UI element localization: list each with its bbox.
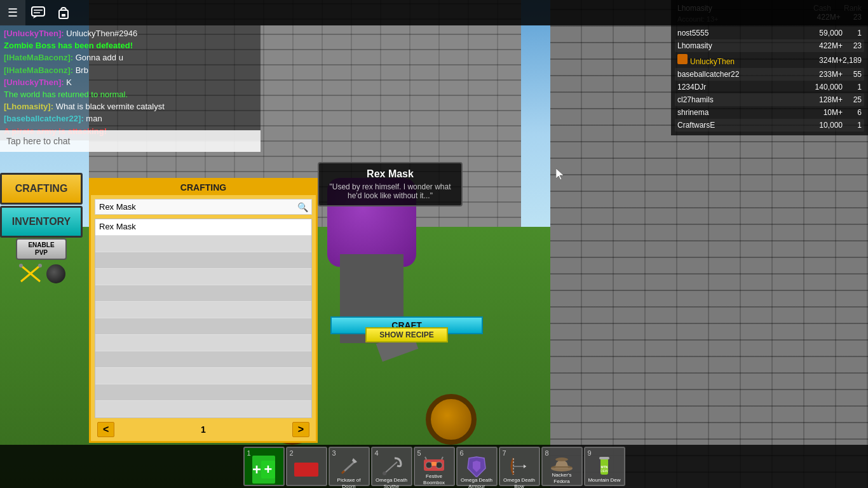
slot-label: Omega Death Bow [501,477,538,488]
inventory-button[interactable]: INVENTORY [0,206,83,238]
chat-message: man [86,114,102,123]
slot-label: Festive Boombox [416,473,452,485]
slot-label: Omega Death Scythe [374,477,410,488]
bomb-icon [46,264,65,283]
lb-player-cash: 10M+ [798,108,843,117]
lb-player-rank: 1 [843,121,862,130]
chat-sender: [IHateMaBaconz]: [4,65,73,75]
slot-number: 9 [588,449,592,457]
leaderboard-row: CraftwarsE10,0001 [675,119,864,132]
search-icon: 🔍 [297,202,308,212]
leaderboard-rows: nost555559,0001Lhomasity422M+23UnluckyTh… [675,27,864,132]
slot-label: Nacker's Fedora [544,472,580,484]
page-number: 1 [201,424,206,435]
lb-player-rank: 23 [843,41,862,50]
enable-pvp-button[interactable]: ENABLEPVP [16,238,67,260]
leaderboard-row: cl27hamils128M+25 [675,93,864,106]
crafting-panel: CRAFTING 🔍 Rex Mask < 1 > [89,178,318,443]
mountain-dew-icon: MTN DEW [597,456,612,477]
backpack-icon[interactable] [51,0,76,25]
svg-point-9 [38,264,42,268]
slot-number: 6 [460,449,464,457]
lb-player-name: nost5555 [677,29,798,37]
slot-label: Mountain Dew [587,477,623,484]
chat-sender: [baseballcatcher22]: [4,114,84,123]
crafting-list-item[interactable] [95,252,311,269]
crafting-list-item[interactable] [95,236,311,252]
chat-area: [UnluckyThen]: UnluckyThen#2946 Zombie B… [0,25,261,140]
slot-number: 5 [417,449,421,457]
hotbar-slot-1[interactable]: 1 + [243,447,285,486]
hotbar-slot-4[interactable]: 4 Omega Death Scythe [371,447,412,486]
svg-point-8 [19,264,23,268]
chat-sender: [Lhomasity]: [4,102,53,111]
lb-player-name: 1234DJr [677,83,798,92]
crafting-list-item[interactable] [95,335,311,351]
show-recipe-button[interactable]: SHOW RECIPE [365,327,448,342]
crafting-list-item[interactable] [95,368,311,384]
crafting-list-item[interactable] [95,302,311,318]
hotbar: 1 + 2 3 Pickaxe of Doom 4 [0,445,868,488]
svg-line-20 [442,457,443,459]
svg-point-14 [383,471,386,475]
pvp-icons [18,262,65,285]
tooltip-title: Rex Mask [327,168,454,180]
svg-rect-18 [431,462,437,466]
crafting-list-item[interactable] [95,401,311,417]
chat-line-5: [UnluckyThen]: K [4,77,257,88]
chat-message: K [66,78,72,87]
crafting-panel-title: CRAFTING [91,180,316,195]
hotbar-slot-6[interactable]: 6 Omega Death Armour [456,447,498,486]
next-page-button[interactable]: > [292,422,309,437]
crafting-list-item[interactable] [95,285,311,302]
crafting-list-item[interactable] [95,269,311,285]
chat-system-message: The world has returned to normal. [4,90,128,99]
chat-message: Gonna add u [76,53,123,62]
prev-page-button[interactable]: < [97,422,114,437]
svg-line-13 [384,462,397,473]
lb-player-cash: 422M+ [798,41,843,50]
lb-avatar [677,54,688,64]
crafting-list-item[interactable] [95,384,311,401]
chat-input[interactable]: Tap here to chat [0,130,261,152]
menu-icon[interactable]: ☰ [0,0,25,25]
leaderboard-row: UnluckyThen324M+2,189 [675,52,864,68]
svg-point-17 [436,462,442,468]
pvp-area: ENABLEPVP [0,238,83,285]
lb-player-cash: 128M+ [798,95,843,104]
lb-player-name: cl27hamils [677,95,798,104]
lb-player-rank: 25 [843,95,862,104]
lb-player-name: CraftwarsE [677,121,798,130]
hotbar-slot-2[interactable]: 2 [286,447,327,486]
svg-rect-5 [62,14,65,17]
lb-player-rank: 6 [843,108,862,117]
boombox-icon [423,456,445,473]
chat-placeholder: Tap here to chat [6,136,70,146]
crafting-button[interactable]: CRAFTING [0,173,83,205]
hotbar-slot-5[interactable]: 5 Festive Boombox [414,447,455,486]
chat-sender: [UnluckyThen]: [4,29,64,38]
pickaxe-icon [338,456,360,477]
chat-message: UnluckyThen#2946 [66,29,137,38]
lb-player-cash: 140,000 [798,83,843,92]
leaderboard-row: baseballcatcher22233M+55 [675,68,864,81]
hotbar-slot-8[interactable]: 8 Nacker's Fedora [541,447,583,486]
crafting-search-input[interactable] [95,199,312,215]
lb-player-rank: 1 [843,29,862,37]
bow-icon [508,456,530,477]
crafting-list-item[interactable]: Rex Mask [95,219,311,236]
chat-icon[interactable] [25,0,51,25]
svg-rect-28 [599,457,609,459]
rex-mask-tooltip: Rex Mask "Used by rex himself. I wonder … [318,162,463,207]
chat-line-3: [IHateMaBaconz]: Gonna add u [4,52,257,64]
slot-number: 3 [332,449,336,457]
hotbar-slot-9[interactable]: 9 MTN DEW Mountain Dew [584,447,625,486]
top-bar: ☰ [0,0,868,25]
lb-player-name: UnluckyThen [677,54,798,66]
svg-line-12 [342,471,344,473]
svg-marker-23 [524,464,526,468]
hotbar-slot-3[interactable]: 3 Pickaxe of Doom [329,447,370,486]
hotbar-slot-7[interactable]: 7 Omega Death Bow [499,447,540,486]
crafting-list-item[interactable] [95,318,311,335]
crafting-list-item[interactable] [95,351,311,368]
